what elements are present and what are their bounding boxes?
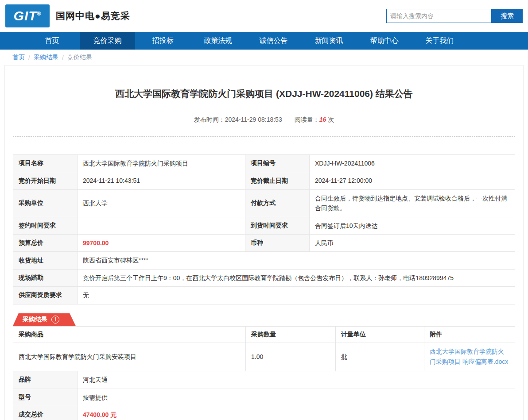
page-title: 西北大学国际教育学院防火门采购项目 (XDJJ-HW-202411006) 结果… xyxy=(13,66,515,100)
table-row: 签约时间要求 到货时间要求 合同签订后10天内送达 xyxy=(13,217,515,234)
budget-total-value: 99700.00 xyxy=(78,234,245,251)
product-unit: 批 xyxy=(336,343,424,371)
row-value: 竞价开启后第三个工作日上午9：00，在西北大学太白校区国际教育学院踏勘（包含公告… xyxy=(78,269,515,286)
table-row: 成交总价 47400.00 元 xyxy=(13,406,515,420)
row-label: 竞价开始日期 xyxy=(13,172,78,189)
nav-item-tender[interactable]: 招投标 xyxy=(135,32,190,50)
breadcrumb-separator: / xyxy=(62,54,64,61)
table-row: 项目名称 西北大学国际教育学院防火门采购项目 项目编号 XDJJ-HW-2024… xyxy=(13,155,515,172)
row-label: 现场踏勘 xyxy=(13,269,78,286)
table-row: 现场踏勘 竞价开启后第三个工作日上午9：00，在西北大学太白校区国际教育学院踏勘… xyxy=(13,269,515,286)
nav-item-about-us[interactable]: 关于我们 xyxy=(412,32,467,50)
row-value xyxy=(78,217,245,234)
table-row: 预算总价 99700.00 币种 人民币 xyxy=(13,234,515,251)
row-label: 项目名称 xyxy=(13,155,78,172)
git-logo[interactable]: GIT® xyxy=(5,4,50,27)
search-input[interactable] xyxy=(386,9,492,23)
row-value: 2024-11-27 12:00:00 xyxy=(310,172,515,189)
table-row: 供应商资质要求 无 xyxy=(13,287,515,304)
table-row: 型号 按需提供 xyxy=(13,389,515,406)
breadcrumb-home[interactable]: 首页 xyxy=(12,54,25,62)
views-unit: 次 xyxy=(328,116,334,123)
deal-total-price: 47400.00 元 xyxy=(78,406,515,420)
nav-item-news[interactable]: 新闻资讯 xyxy=(301,32,357,50)
col-header-unit: 计量单位 xyxy=(336,326,424,343)
table-row: 收货地址 陕西省西安市碑林区**** xyxy=(13,252,515,269)
table-header-row: 采购商品 采购数量 计量单位 附件 xyxy=(13,326,515,343)
row-label: 到货时间要求 xyxy=(245,217,310,234)
result-number-icon: 1 xyxy=(51,316,59,324)
col-header-product: 采购商品 xyxy=(13,326,246,343)
table-row: 竞价开始日期 2024-11-21 10:43:51 竞价截止日期 2024-1… xyxy=(13,172,515,189)
row-value: 合同生效后，待货物到达指定地点、安装调试验收合格后，一次性付清合同货款。 xyxy=(310,189,515,217)
publish-time-value: 2024-11-29 08:18:53 xyxy=(225,116,282,123)
site-name: 国网中电●易竞采 xyxy=(56,10,130,22)
row-label: 品牌 xyxy=(13,371,78,389)
row-label: 成交总价 xyxy=(13,406,78,420)
row-value: 西北大学国际教育学院防火门采购项目 xyxy=(78,155,245,172)
row-label: 签约时间要求 xyxy=(13,217,78,234)
nav-item-home[interactable]: 首页 xyxy=(24,32,80,50)
attachment-link[interactable]: 西北大学国际教育学院防火门采购项目 响应偏离表.docx xyxy=(430,347,509,368)
publish-time-label: 发布时间： xyxy=(194,116,225,123)
nav-item-bidding-purchase[interactable]: 竞价采购 xyxy=(80,32,135,50)
nav-item-integrity-notice[interactable]: 诚信公告 xyxy=(246,32,301,50)
top-header: GIT® 国网中电●易竞采 搜索 xyxy=(0,0,528,32)
breadcrumb-separator: / xyxy=(28,54,30,61)
row-label: 项目编号 xyxy=(245,155,310,172)
row-value: 按需提供 xyxy=(78,389,515,406)
row-label: 付款方式 xyxy=(245,189,310,217)
table-row: 采购单位 西北大学 付款方式 合同生效后，待货物到达指定地点、安装调试验收合格后… xyxy=(13,189,515,217)
registered-mark-icon: ® xyxy=(37,11,42,17)
row-label: 币种 xyxy=(245,234,310,251)
purchase-result-badge-label: 采购结果 xyxy=(23,316,47,324)
table-row: 品牌 河北天通 xyxy=(13,371,515,389)
main-nav: 首页 竞价采购 招投标 政策法规 诚信公告 新闻资讯 帮助中心 关于我们 xyxy=(0,32,528,50)
row-value: XDJJ-HW-202411006 xyxy=(310,155,515,172)
project-info-table: 项目名称 西北大学国际教育学院防火门采购项目 项目编号 XDJJ-HW-2024… xyxy=(13,154,515,304)
purchase-result-table: 采购商品 采购数量 计量单位 附件 西北大学国际教育学院防火门采购安装项目 1.… xyxy=(13,326,515,420)
views-count: 16 xyxy=(319,116,326,123)
row-value: 陕西省西安市碑林区**** xyxy=(78,252,515,269)
search-button[interactable]: 搜索 xyxy=(492,9,523,23)
views-label: 阅读量： xyxy=(295,116,319,123)
row-value: 人民币 xyxy=(310,234,515,251)
purchase-result-badge: 采购结果 1 xyxy=(13,313,76,326)
git-logo-text: GIT® xyxy=(14,8,42,23)
product-quantity: 1.00 xyxy=(246,343,336,371)
announcement-card: 西北大学国际教育学院防火门采购项目 (XDJJ-HW-202411006) 结果… xyxy=(4,65,524,420)
row-label: 竞价截止日期 xyxy=(245,172,310,189)
col-header-quantity: 采购数量 xyxy=(246,326,336,343)
search-bar: 搜索 xyxy=(386,9,523,23)
col-header-attachment: 附件 xyxy=(424,326,515,343)
row-value: 合同签订后10天内送达 xyxy=(310,217,515,234)
breadcrumb: 首页 / 采购结果 / 竞价结果 xyxy=(0,50,528,65)
breadcrumb-purchase-results[interactable]: 采购结果 xyxy=(34,54,58,62)
row-label: 型号 xyxy=(13,389,78,406)
article-meta: 发布时间：2024-11-29 08:18:53阅读量：16次 xyxy=(13,116,515,124)
nav-item-policy[interactable]: 政策法规 xyxy=(190,32,246,50)
product-row: 西北大学国际教育学院防火门采购安装项目 1.00 批 西北大学国际教育学院防火门… xyxy=(13,343,515,371)
breadcrumb-bidding-results: 竞价结果 xyxy=(67,54,92,62)
row-value: 西北大学 xyxy=(78,189,245,217)
product-name: 西北大学国际教育学院防火门采购安装项目 xyxy=(13,343,246,371)
row-label: 收货地址 xyxy=(13,252,78,269)
row-label: 预算总价 xyxy=(13,234,78,251)
row-value: 河北天通 xyxy=(78,371,515,389)
row-label: 供应商资质要求 xyxy=(13,287,78,304)
row-value: 2024-11-21 10:43:51 xyxy=(78,172,245,189)
row-value: 无 xyxy=(78,287,515,304)
row-label: 采购单位 xyxy=(13,189,78,217)
dashed-divider xyxy=(13,136,515,137)
nav-item-help-center[interactable]: 帮助中心 xyxy=(357,32,412,50)
